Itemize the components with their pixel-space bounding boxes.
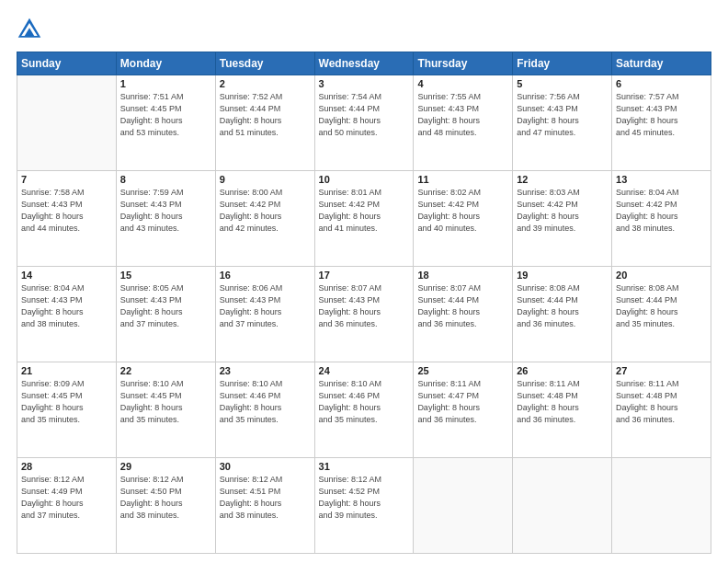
day-number: 26 (517, 365, 608, 376)
day-number: 29 (120, 461, 211, 472)
day-info: Sunrise: 8:11 AM Sunset: 4:48 PM Dayligh… (517, 378, 608, 426)
logo (17, 17, 46, 42)
day-number: 3 (319, 78, 410, 89)
day-info: Sunrise: 8:01 AM Sunset: 4:42 PM Dayligh… (319, 187, 410, 235)
calendar-cell: 19Sunrise: 8:08 AM Sunset: 4:44 PM Dayli… (513, 267, 612, 362)
day-info: Sunrise: 7:56 AM Sunset: 4:43 PM Dayligh… (517, 91, 608, 139)
day-info: Sunrise: 7:52 AM Sunset: 4:44 PM Dayligh… (220, 91, 311, 139)
calendar-cell: 30Sunrise: 8:12 AM Sunset: 4:51 PM Dayli… (215, 458, 314, 554)
day-number: 24 (319, 365, 410, 376)
day-info: Sunrise: 7:58 AM Sunset: 4:43 PM Dayligh… (21, 187, 112, 235)
day-info: Sunrise: 8:11 AM Sunset: 4:48 PM Dayligh… (616, 378, 707, 426)
calendar-cell: 15Sunrise: 8:05 AM Sunset: 4:43 PM Dayli… (116, 267, 215, 362)
calendar-cell: 11Sunrise: 8:02 AM Sunset: 4:42 PM Dayli… (414, 171, 513, 267)
calendar-cell (414, 458, 513, 554)
day-number: 4 (417, 78, 508, 89)
calendar-cell: 9Sunrise: 8:00 AM Sunset: 4:42 PM Daylig… (215, 171, 314, 267)
header-day-saturday: Saturday (612, 52, 711, 75)
calendar-cell: 12Sunrise: 8:03 AM Sunset: 4:42 PM Dayli… (513, 171, 612, 267)
day-number: 25 (417, 365, 508, 376)
calendar-cell (513, 458, 612, 554)
day-number: 13 (616, 174, 707, 185)
day-info: Sunrise: 8:00 AM Sunset: 4:42 PM Dayligh… (220, 187, 311, 235)
day-number: 21 (21, 365, 112, 376)
calendar-cell (612, 458, 711, 554)
day-number: 1 (120, 78, 211, 89)
calendar-table: SundayMondayTuesdayWednesdayThursdayFrid… (17, 52, 711, 554)
day-info: Sunrise: 8:07 AM Sunset: 4:43 PM Dayligh… (319, 282, 410, 330)
day-info: Sunrise: 8:08 AM Sunset: 4:44 PM Dayligh… (517, 282, 608, 330)
week-row-1: 7Sunrise: 7:58 AM Sunset: 4:43 PM Daylig… (17, 171, 711, 267)
day-number: 12 (517, 174, 608, 185)
day-info: Sunrise: 8:04 AM Sunset: 4:43 PM Dayligh… (21, 282, 112, 330)
header (17, 17, 711, 42)
calendar-cell: 5Sunrise: 7:56 AM Sunset: 4:43 PM Daylig… (513, 75, 612, 171)
calendar-cell: 16Sunrise: 8:06 AM Sunset: 4:43 PM Dayli… (215, 267, 314, 362)
calendar-cell: 28Sunrise: 8:12 AM Sunset: 4:49 PM Dayli… (17, 458, 117, 554)
calendar-cell: 10Sunrise: 8:01 AM Sunset: 4:42 PM Dayli… (314, 171, 414, 267)
week-row-4: 28Sunrise: 8:12 AM Sunset: 4:49 PM Dayli… (17, 458, 711, 554)
day-number: 7 (21, 174, 112, 185)
day-info: Sunrise: 7:57 AM Sunset: 4:43 PM Dayligh… (616, 91, 707, 139)
calendar-cell: 14Sunrise: 8:04 AM Sunset: 4:43 PM Dayli… (17, 267, 117, 362)
calendar-cell: 20Sunrise: 8:08 AM Sunset: 4:44 PM Dayli… (612, 267, 711, 362)
logo-icon (17, 17, 42, 42)
calendar-cell: 13Sunrise: 8:04 AM Sunset: 4:42 PM Dayli… (612, 171, 711, 267)
day-info: Sunrise: 8:03 AM Sunset: 4:42 PM Dayligh… (517, 187, 608, 235)
day-info: Sunrise: 7:54 AM Sunset: 4:44 PM Dayligh… (319, 91, 410, 139)
calendar-cell: 22Sunrise: 8:10 AM Sunset: 4:45 PM Dayli… (116, 362, 215, 458)
calendar-cell: 17Sunrise: 8:07 AM Sunset: 4:43 PM Dayli… (314, 267, 414, 362)
header-day-thursday: Thursday (414, 52, 513, 75)
header-row: SundayMondayTuesdayWednesdayThursdayFrid… (17, 52, 711, 75)
header-day-wednesday: Wednesday (314, 52, 414, 75)
day-number: 6 (616, 78, 707, 89)
day-info: Sunrise: 8:12 AM Sunset: 4:50 PM Dayligh… (120, 474, 211, 522)
day-number: 20 (616, 270, 707, 281)
day-number: 10 (319, 174, 410, 185)
day-number: 27 (616, 365, 707, 376)
calendar-cell: 27Sunrise: 8:11 AM Sunset: 4:48 PM Dayli… (612, 362, 711, 458)
day-info: Sunrise: 7:59 AM Sunset: 4:43 PM Dayligh… (120, 187, 211, 235)
day-info: Sunrise: 8:12 AM Sunset: 4:49 PM Dayligh… (21, 474, 112, 522)
day-info: Sunrise: 7:51 AM Sunset: 4:45 PM Dayligh… (120, 91, 211, 139)
day-number: 2 (220, 78, 311, 89)
calendar-cell: 24Sunrise: 8:10 AM Sunset: 4:46 PM Dayli… (314, 362, 414, 458)
day-number: 16 (220, 270, 311, 281)
day-number: 8 (120, 174, 211, 185)
week-row-2: 14Sunrise: 8:04 AM Sunset: 4:43 PM Dayli… (17, 267, 711, 362)
calendar-cell: 2Sunrise: 7:52 AM Sunset: 4:44 PM Daylig… (215, 75, 314, 171)
day-number: 17 (319, 270, 410, 281)
page: SundayMondayTuesdayWednesdayThursdayFrid… (0, 0, 728, 563)
day-number: 30 (220, 461, 311, 472)
day-info: Sunrise: 8:12 AM Sunset: 4:51 PM Dayligh… (220, 474, 311, 522)
day-number: 18 (417, 270, 508, 281)
day-number: 14 (21, 270, 112, 281)
day-number: 31 (319, 461, 410, 472)
day-info: Sunrise: 8:04 AM Sunset: 4:42 PM Dayligh… (616, 187, 707, 235)
day-info: Sunrise: 8:10 AM Sunset: 4:45 PM Dayligh… (120, 378, 211, 426)
calendar-cell: 31Sunrise: 8:12 AM Sunset: 4:52 PM Dayli… (314, 458, 414, 554)
day-info: Sunrise: 8:06 AM Sunset: 4:43 PM Dayligh… (220, 282, 311, 330)
calendar-cell: 4Sunrise: 7:55 AM Sunset: 4:43 PM Daylig… (414, 75, 513, 171)
day-info: Sunrise: 8:10 AM Sunset: 4:46 PM Dayligh… (319, 378, 410, 426)
day-number: 9 (220, 174, 311, 185)
calendar-cell: 25Sunrise: 8:11 AM Sunset: 4:47 PM Dayli… (414, 362, 513, 458)
day-number: 19 (517, 270, 608, 281)
calendar-cell: 23Sunrise: 8:10 AM Sunset: 4:46 PM Dayli… (215, 362, 314, 458)
calendar-cell: 8Sunrise: 7:59 AM Sunset: 4:43 PM Daylig… (116, 171, 215, 267)
day-info: Sunrise: 8:10 AM Sunset: 4:46 PM Dayligh… (220, 378, 311, 426)
calendar-cell: 3Sunrise: 7:54 AM Sunset: 4:44 PM Daylig… (314, 75, 414, 171)
calendar-cell: 6Sunrise: 7:57 AM Sunset: 4:43 PM Daylig… (612, 75, 711, 171)
day-info: Sunrise: 8:12 AM Sunset: 4:52 PM Dayligh… (319, 474, 410, 522)
day-number: 28 (21, 461, 112, 472)
day-info: Sunrise: 8:08 AM Sunset: 4:44 PM Dayligh… (616, 282, 707, 330)
day-info: Sunrise: 8:11 AM Sunset: 4:47 PM Dayligh… (417, 378, 508, 426)
header-day-tuesday: Tuesday (215, 52, 314, 75)
day-number: 23 (220, 365, 311, 376)
day-info: Sunrise: 8:09 AM Sunset: 4:45 PM Dayligh… (21, 378, 112, 426)
day-number: 11 (417, 174, 508, 185)
week-row-0: 1Sunrise: 7:51 AM Sunset: 4:45 PM Daylig… (17, 75, 711, 171)
calendar-cell (17, 75, 117, 171)
calendar-cell: 7Sunrise: 7:58 AM Sunset: 4:43 PM Daylig… (17, 171, 117, 267)
calendar-cell: 21Sunrise: 8:09 AM Sunset: 4:45 PM Dayli… (17, 362, 117, 458)
